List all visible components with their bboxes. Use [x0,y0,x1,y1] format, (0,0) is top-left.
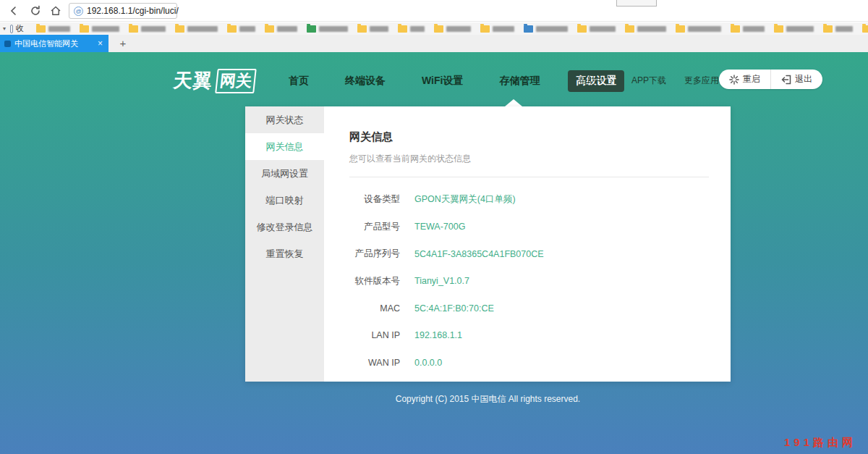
sidebar-item-gateway-status[interactable]: 网关状态 [245,106,324,133]
bookmark-folder[interactable] [175,25,218,33]
gateway-page: 天翼 网关 首页 终端设备 WiFi设置 存储管理 高级设置 帮助中心 APP下… [0,52,868,454]
folder-icon [577,25,587,33]
bookmark-folder[interactable] [434,25,471,33]
page-title: 网关信息 [349,130,709,144]
folder-icon [524,25,533,33]
field-serial-number: 产品序列号 5C4A1F-3A8365C4A1FB070CE [349,240,709,268]
session-actions: 重启 退出 [719,70,822,89]
folder-icon [625,25,634,33]
restart-label: 重启 [743,73,760,85]
field-value: 5C4A1F-3A8365C4A1FB070CE [414,249,544,259]
back-icon[interactable] [6,3,22,19]
tab-title: 中国电信智能网关 [14,38,96,49]
field-label: 产品序列号 [349,248,400,260]
site-security-icon: @ [74,7,83,16]
gateway-info-content: 网关信息 您可以查看当前网关的状态信息 设备类型 GPON天翼网关(4口单频) … [324,106,731,382]
home-icon[interactable] [48,3,64,19]
nav-terminal-devices[interactable]: 终端设备 [337,70,393,92]
panel-caret [505,99,522,106]
tab-close-icon[interactable]: × [96,38,104,49]
bookmark-folder[interactable] [36,25,70,33]
new-tab-button[interactable]: + [114,35,132,52]
tab-favicon [4,41,11,47]
bookmark-label: 手机收藏夹 [16,22,27,35]
sidebar-item-lan-settings[interactable]: 局域网设置 [245,160,324,187]
sidebar-item-port-mapping[interactable]: 端口映射 [245,187,324,214]
bookmark-folder[interactable] [774,25,814,33]
sidebar-item-gateway-info[interactable]: 网关信息 [245,133,324,160]
field-value: TEWA-700G [414,222,465,232]
field-lan-ip: LAN IP 192.168.1.1 [349,322,709,350]
header-links: 帮助中心 APP下载 更多应用 [579,75,719,87]
bookmark-folder[interactable] [227,25,255,33]
folder-icon [265,25,274,33]
bookmark-folder[interactable] [398,25,425,33]
more-apps-link[interactable]: 更多应用 [684,75,719,87]
info-fields: 设备类型 GPON天翼网关(4口单频) 产品型号 TEWA-700G 产品序列号… [349,186,709,377]
logout-button[interactable]: 退出 [770,70,822,89]
sidebar-item-reset-restore[interactable]: 重置恢复 [245,240,324,267]
folder-icon [175,25,184,33]
bookmark-folder[interactable] [480,25,514,33]
bookmark-folder[interactable] [625,25,666,33]
field-value: 0.0.0.0 [414,358,442,368]
field-product-model: 产品型号 TEWA-700G [349,214,709,241]
field-software-version: 软件版本号 Tianyi_V1.0.7 [349,268,709,295]
settings-panel: 网关状态 网关信息 局域网设置 端口映射 修改登录信息 重置恢复 网关信息 您可… [245,106,731,382]
sidebar-item-change-login[interactable]: 修改登录信息 [245,214,324,240]
field-value: 5C:4A:1F:B0:70:CE [414,303,494,314]
field-value: Tianyi_V1.0.7 [414,276,469,286]
blurred-bookmark-title [493,26,514,32]
nav-storage-management[interactable]: 存储管理 [491,70,548,92]
field-value: 192.168.1.1 [414,330,462,340]
partial-tooltip [616,0,657,7]
help-center-link[interactable]: 帮助中心 [579,75,613,87]
bookmarks-dropdown-icon[interactable]: ▾ [3,25,6,32]
browser-tab[interactable]: 中国电信智能网关 × [0,35,109,52]
field-label: WAN IP [349,358,400,368]
blurred-bookmark-title [786,26,814,32]
nav-home[interactable]: 首页 [281,70,317,92]
folder-icon [129,25,138,33]
blurred-bookmark-title [743,26,765,32]
screen: @ 192.168.1.1/cgi-bin/luci/ ▾ 手机收藏夹 [0,0,868,454]
field-label: LAN IP [349,330,400,340]
folder-icon [80,25,89,33]
bookmark-folder[interactable] [524,25,568,33]
blurred-bookmark-title [277,26,297,32]
bookmark-folder[interactable] [129,25,166,33]
folder-icon [774,25,783,33]
blurred-bookmark-title [637,26,666,32]
phone-icon [10,25,13,33]
bookmark-folder[interactable] [357,25,388,33]
nav-wifi-settings[interactable]: WiFi设置 [414,70,471,92]
url-text[interactable]: 192.168.1.1/cgi-bin/luci/ [87,6,179,16]
bookmark-folder[interactable] [862,25,868,33]
main-nav: 首页 终端设备 WiFi设置 存储管理 高级设置 [281,70,624,92]
field-label: MAC [349,303,400,314]
folder-icon [480,25,490,33]
folder-icon [731,25,740,33]
folder-icon [676,25,685,33]
settings-sidebar: 网关状态 网关信息 局域网设置 端口映射 修改登录信息 重置恢复 [245,106,324,382]
blurred-bookmark-title [92,26,119,32]
field-value: GPON天翼网关(4口单频) [414,193,516,206]
field-wan-ip: WAN IP 0.0.0.0 [349,349,709,377]
app-download-link[interactable]: APP下载 [631,75,666,87]
reload-icon[interactable] [27,3,43,19]
bookmark-folder[interactable] [823,25,853,33]
url-bar[interactable]: @ 192.168.1.1/cgi-bin/luci/ [69,3,177,19]
bookmark-folder[interactable] [731,25,765,33]
bookmark-folder[interactable] [80,25,119,33]
bookmark-folder[interactable] [676,25,721,33]
folder-icon [36,25,46,33]
bookmark-folder[interactable] [265,25,297,33]
bookmark-folder[interactable] [307,25,348,33]
restart-button[interactable]: 重启 [719,70,770,89]
blurred-bookmark-title [590,26,616,32]
logo-text-left: 天翼 [172,68,214,93]
page-subtitle: 您可以查看当前网关的状态信息 [349,153,709,165]
bookmark-folder[interactable] [577,25,616,33]
bookmark-phone-favorites[interactable]: 手机收藏夹 [10,22,27,35]
blurred-bookmark-title [410,26,425,32]
